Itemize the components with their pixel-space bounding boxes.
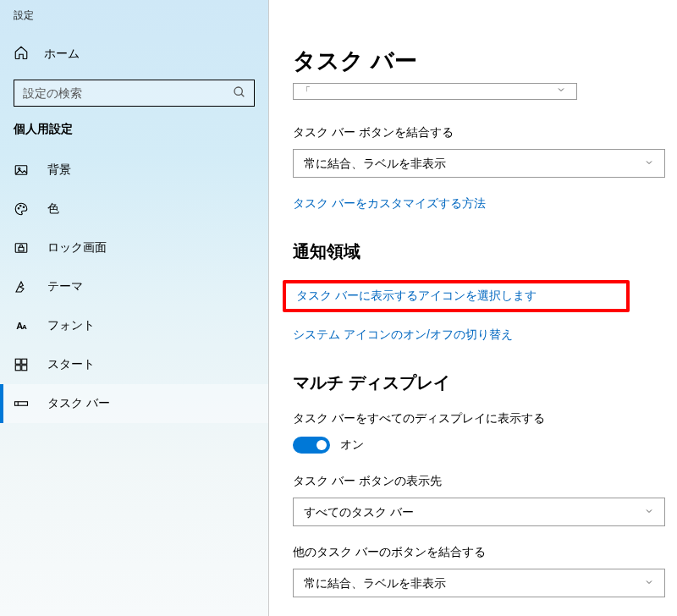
system-icons-link[interactable]: システム アイコンのオン/オフの切り替え <box>293 327 513 343</box>
sidebar-item-label: テーマ <box>47 279 83 294</box>
chevron-down-icon <box>644 498 654 525</box>
highlighted-region: タスク バーに表示するアイコンを選択します <box>283 280 630 312</box>
customize-link[interactable]: タスク バーをカスタマイズする方法 <box>293 196 486 212</box>
sidebar-item-label: スタート <box>47 357 95 372</box>
dropdown-value: 「 <box>300 85 311 97</box>
section-label: 個人用設定 <box>0 122 268 151</box>
font-icon: AA <box>14 318 29 333</box>
chevron-down-icon <box>644 569 654 597</box>
notification-area-heading: 通知領域 <box>293 240 626 263</box>
svg-rect-10 <box>22 359 27 364</box>
combine-dropdown[interactable]: 常に結合、ラベルを非表示 <box>293 149 665 178</box>
search-icon <box>233 85 246 99</box>
dropdown-value: 常に結合、ラベルを非表示 <box>304 157 446 170</box>
svg-rect-11 <box>15 366 20 371</box>
image-icon <box>14 162 29 178</box>
sidebar-item-lockscreen[interactable]: ロック画面 <box>0 228 268 267</box>
show-where-dropdown[interactable]: すべてのタスク バー <box>293 498 665 526</box>
search-input[interactable] <box>14 80 255 107</box>
svg-point-5 <box>20 206 22 207</box>
lockscreen-icon <box>14 240 29 256</box>
combine-other-dropdown[interactable]: 常に結合、ラベルを非表示 <box>293 569 665 597</box>
svg-point-6 <box>23 206 25 208</box>
toggle-state-label: オン <box>340 437 364 453</box>
sidebar-item-label: タスク バー <box>47 396 110 411</box>
chevron-down-icon <box>556 84 566 99</box>
sidebar-item-start[interactable]: スタート <box>0 345 268 384</box>
sidebar-item-label: 色 <box>47 201 59 217</box>
home-button[interactable]: ホーム <box>0 38 268 71</box>
sidebar-item-theme[interactable]: テーマ <box>0 267 268 306</box>
page-title: タスク バー <box>293 46 626 76</box>
taskbar-icon <box>14 396 29 411</box>
show-where-label: タスク バー ボタンの表示先 <box>293 474 626 489</box>
svg-rect-12 <box>22 366 27 371</box>
svg-rect-9 <box>15 359 20 364</box>
sidebar: 設定 ホーム 個人用設定 背景 色 ロック画 <box>0 0 269 616</box>
select-icons-link[interactable]: タスク バーに表示するアイコンを選択します <box>296 289 537 304</box>
start-icon <box>14 357 29 372</box>
svg-point-4 <box>18 208 19 210</box>
palette-icon <box>14 201 29 217</box>
home-icon <box>14 45 29 63</box>
sidebar-item-font[interactable]: AA フォント <box>0 306 268 345</box>
sidebar-item-taskbar[interactable]: タスク バー <box>0 384 268 423</box>
search-box[interactable] <box>14 80 255 107</box>
svg-rect-8 <box>19 247 24 251</box>
combine-other-label: 他のタスク バーのボタンを結合する <box>293 545 626 560</box>
app-name: 設定 <box>0 8 268 38</box>
svg-point-0 <box>234 87 242 95</box>
sidebar-menu: 背景 色 ロック画面 テーマ AA フォント スタート <box>0 151 268 423</box>
show-all-toggle[interactable] <box>293 437 330 454</box>
theme-icon <box>14 279 29 294</box>
svg-rect-13 <box>15 402 28 406</box>
sidebar-item-background[interactable]: 背景 <box>0 151 268 190</box>
svg-line-1 <box>241 94 244 96</box>
sidebar-item-label: フォント <box>47 318 95 333</box>
main-content: タスク バー 「 タスク バー ボタンを結合する 常に結合、ラベルを非表示 タス… <box>269 0 677 616</box>
sidebar-item-color[interactable]: 色 <box>0 190 268 228</box>
dropdown-value: すべてのタスク バー <box>304 505 414 519</box>
sidebar-item-label: ロック画面 <box>47 240 107 256</box>
home-label: ホーム <box>44 47 80 62</box>
multi-display-heading: マルチ ディスプレイ <box>293 371 626 394</box>
combine-label: タスク バー ボタンを結合する <box>293 125 626 140</box>
dropdown-partial[interactable]: 「 <box>293 83 577 100</box>
dropdown-value: 常に結合、ラベルを非表示 <box>304 576 446 590</box>
show-all-label: タスク バーをすべてのディスプレイに表示する <box>293 411 626 426</box>
chevron-down-icon <box>644 150 654 177</box>
sidebar-item-label: 背景 <box>47 162 71 178</box>
